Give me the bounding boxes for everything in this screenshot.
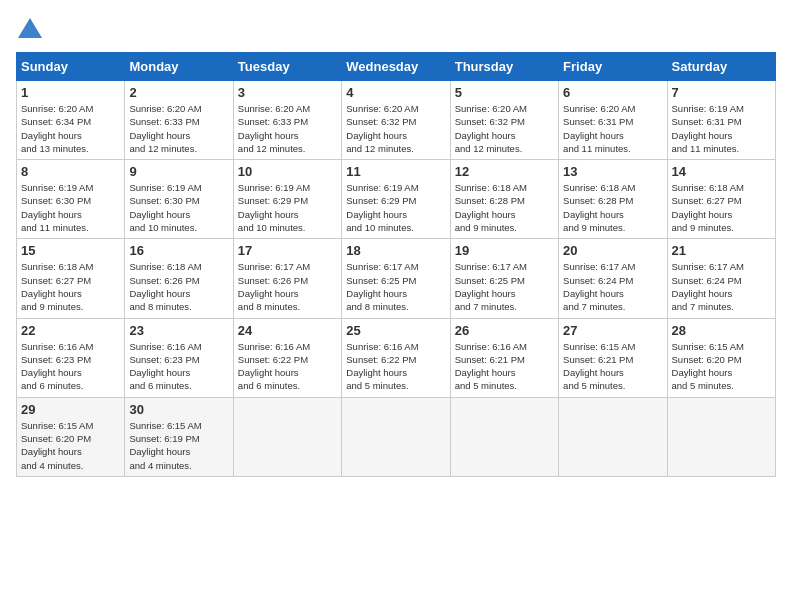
calendar-cell: 26 Sunrise: 6:16 AM Sunset: 6:21 PM Dayl… <box>450 318 558 397</box>
day-number: 2 <box>129 85 228 100</box>
day-number: 22 <box>21 323 120 338</box>
calendar-cell: 22 Sunrise: 6:16 AM Sunset: 6:23 PM Dayl… <box>17 318 125 397</box>
calendar-cell: 11 Sunrise: 6:19 AM Sunset: 6:29 PM Dayl… <box>342 160 450 239</box>
day-info: Sunrise: 6:19 AM Sunset: 6:29 PM Dayligh… <box>346 181 445 234</box>
day-info: Sunrise: 6:17 AM Sunset: 6:26 PM Dayligh… <box>238 260 337 313</box>
calendar-cell: 12 Sunrise: 6:18 AM Sunset: 6:28 PM Dayl… <box>450 160 558 239</box>
day-info: Sunrise: 6:18 AM Sunset: 6:28 PM Dayligh… <box>455 181 554 234</box>
svg-marker-0 <box>18 18 42 38</box>
day-info: Sunrise: 6:16 AM Sunset: 6:21 PM Dayligh… <box>455 340 554 393</box>
day-number: 19 <box>455 243 554 258</box>
calendar-cell <box>450 397 558 476</box>
day-info: Sunrise: 6:17 AM Sunset: 6:24 PM Dayligh… <box>672 260 771 313</box>
calendar-header-tuesday: Tuesday <box>233 53 341 81</box>
day-info: Sunrise: 6:19 AM Sunset: 6:30 PM Dayligh… <box>129 181 228 234</box>
calendar-cell <box>233 397 341 476</box>
calendar-header-friday: Friday <box>559 53 667 81</box>
day-info: Sunrise: 6:20 AM Sunset: 6:33 PM Dayligh… <box>129 102 228 155</box>
day-number: 14 <box>672 164 771 179</box>
calendar-cell: 17 Sunrise: 6:17 AM Sunset: 6:26 PM Dayl… <box>233 239 341 318</box>
calendar-cell: 4 Sunrise: 6:20 AM Sunset: 6:32 PM Dayli… <box>342 81 450 160</box>
day-info: Sunrise: 6:19 AM Sunset: 6:29 PM Dayligh… <box>238 181 337 234</box>
day-number: 29 <box>21 402 120 417</box>
calendar-cell: 9 Sunrise: 6:19 AM Sunset: 6:30 PM Dayli… <box>125 160 233 239</box>
header <box>16 16 776 44</box>
calendar-header-sunday: Sunday <box>17 53 125 81</box>
calendar-week-row: 22 Sunrise: 6:16 AM Sunset: 6:23 PM Dayl… <box>17 318 776 397</box>
calendar-week-row: 8 Sunrise: 6:19 AM Sunset: 6:30 PM Dayli… <box>17 160 776 239</box>
day-number: 23 <box>129 323 228 338</box>
day-number: 25 <box>346 323 445 338</box>
day-info: Sunrise: 6:16 AM Sunset: 6:22 PM Dayligh… <box>238 340 337 393</box>
day-number: 20 <box>563 243 662 258</box>
day-info: Sunrise: 6:18 AM Sunset: 6:27 PM Dayligh… <box>21 260 120 313</box>
day-number: 17 <box>238 243 337 258</box>
day-number: 15 <box>21 243 120 258</box>
calendar-cell: 10 Sunrise: 6:19 AM Sunset: 6:29 PM Dayl… <box>233 160 341 239</box>
day-info: Sunrise: 6:15 AM Sunset: 6:21 PM Dayligh… <box>563 340 662 393</box>
calendar-body: 1 Sunrise: 6:20 AM Sunset: 6:34 PM Dayli… <box>17 81 776 477</box>
calendar-header-saturday: Saturday <box>667 53 775 81</box>
calendar-cell: 1 Sunrise: 6:20 AM Sunset: 6:34 PM Dayli… <box>17 81 125 160</box>
calendar-cell: 29 Sunrise: 6:15 AM Sunset: 6:20 PM Dayl… <box>17 397 125 476</box>
day-info: Sunrise: 6:20 AM Sunset: 6:32 PM Dayligh… <box>346 102 445 155</box>
calendar-cell: 13 Sunrise: 6:18 AM Sunset: 6:28 PM Dayl… <box>559 160 667 239</box>
day-info: Sunrise: 6:19 AM Sunset: 6:30 PM Dayligh… <box>21 181 120 234</box>
calendar-cell: 7 Sunrise: 6:19 AM Sunset: 6:31 PM Dayli… <box>667 81 775 160</box>
day-number: 16 <box>129 243 228 258</box>
day-number: 28 <box>672 323 771 338</box>
calendar-cell: 3 Sunrise: 6:20 AM Sunset: 6:33 PM Dayli… <box>233 81 341 160</box>
day-info: Sunrise: 6:20 AM Sunset: 6:33 PM Dayligh… <box>238 102 337 155</box>
calendar-cell: 21 Sunrise: 6:17 AM Sunset: 6:24 PM Dayl… <box>667 239 775 318</box>
calendar-cell: 23 Sunrise: 6:16 AM Sunset: 6:23 PM Dayl… <box>125 318 233 397</box>
calendar-header-row: SundayMondayTuesdayWednesdayThursdayFrid… <box>17 53 776 81</box>
calendar-cell: 14 Sunrise: 6:18 AM Sunset: 6:27 PM Dayl… <box>667 160 775 239</box>
calendar-week-row: 29 Sunrise: 6:15 AM Sunset: 6:20 PM Dayl… <box>17 397 776 476</box>
calendar-cell: 27 Sunrise: 6:15 AM Sunset: 6:21 PM Dayl… <box>559 318 667 397</box>
calendar-cell <box>559 397 667 476</box>
logo <box>16 16 48 44</box>
calendar-cell <box>342 397 450 476</box>
day-number: 11 <box>346 164 445 179</box>
calendar-cell: 16 Sunrise: 6:18 AM Sunset: 6:26 PM Dayl… <box>125 239 233 318</box>
day-info: Sunrise: 6:16 AM Sunset: 6:23 PM Dayligh… <box>21 340 120 393</box>
calendar-cell: 24 Sunrise: 6:16 AM Sunset: 6:22 PM Dayl… <box>233 318 341 397</box>
calendar-cell: 2 Sunrise: 6:20 AM Sunset: 6:33 PM Dayli… <box>125 81 233 160</box>
day-info: Sunrise: 6:16 AM Sunset: 6:23 PM Dayligh… <box>129 340 228 393</box>
day-info: Sunrise: 6:19 AM Sunset: 6:31 PM Dayligh… <box>672 102 771 155</box>
day-number: 24 <box>238 323 337 338</box>
day-number: 27 <box>563 323 662 338</box>
day-info: Sunrise: 6:20 AM Sunset: 6:34 PM Dayligh… <box>21 102 120 155</box>
day-info: Sunrise: 6:20 AM Sunset: 6:31 PM Dayligh… <box>563 102 662 155</box>
day-number: 5 <box>455 85 554 100</box>
calendar-cell: 15 Sunrise: 6:18 AM Sunset: 6:27 PM Dayl… <box>17 239 125 318</box>
day-number: 4 <box>346 85 445 100</box>
logo-icon <box>16 16 44 44</box>
day-number: 21 <box>672 243 771 258</box>
day-info: Sunrise: 6:18 AM Sunset: 6:26 PM Dayligh… <box>129 260 228 313</box>
day-number: 9 <box>129 164 228 179</box>
calendar-cell: 28 Sunrise: 6:15 AM Sunset: 6:20 PM Dayl… <box>667 318 775 397</box>
day-number: 30 <box>129 402 228 417</box>
calendar-cell: 8 Sunrise: 6:19 AM Sunset: 6:30 PM Dayli… <box>17 160 125 239</box>
day-number: 1 <box>21 85 120 100</box>
day-info: Sunrise: 6:17 AM Sunset: 6:25 PM Dayligh… <box>346 260 445 313</box>
day-info: Sunrise: 6:20 AM Sunset: 6:32 PM Dayligh… <box>455 102 554 155</box>
day-number: 18 <box>346 243 445 258</box>
day-number: 13 <box>563 164 662 179</box>
calendar-cell: 6 Sunrise: 6:20 AM Sunset: 6:31 PM Dayli… <box>559 81 667 160</box>
calendar-cell: 19 Sunrise: 6:17 AM Sunset: 6:25 PM Dayl… <box>450 239 558 318</box>
day-info: Sunrise: 6:16 AM Sunset: 6:22 PM Dayligh… <box>346 340 445 393</box>
calendar-cell: 18 Sunrise: 6:17 AM Sunset: 6:25 PM Dayl… <box>342 239 450 318</box>
calendar-table: SundayMondayTuesdayWednesdayThursdayFrid… <box>16 52 776 477</box>
day-number: 12 <box>455 164 554 179</box>
day-info: Sunrise: 6:18 AM Sunset: 6:27 PM Dayligh… <box>672 181 771 234</box>
day-info: Sunrise: 6:15 AM Sunset: 6:19 PM Dayligh… <box>129 419 228 472</box>
calendar-header-wednesday: Wednesday <box>342 53 450 81</box>
day-info: Sunrise: 6:17 AM Sunset: 6:24 PM Dayligh… <box>563 260 662 313</box>
day-info: Sunrise: 6:15 AM Sunset: 6:20 PM Dayligh… <box>672 340 771 393</box>
calendar-header-thursday: Thursday <box>450 53 558 81</box>
day-info: Sunrise: 6:15 AM Sunset: 6:20 PM Dayligh… <box>21 419 120 472</box>
calendar-header-monday: Monday <box>125 53 233 81</box>
day-number: 3 <box>238 85 337 100</box>
